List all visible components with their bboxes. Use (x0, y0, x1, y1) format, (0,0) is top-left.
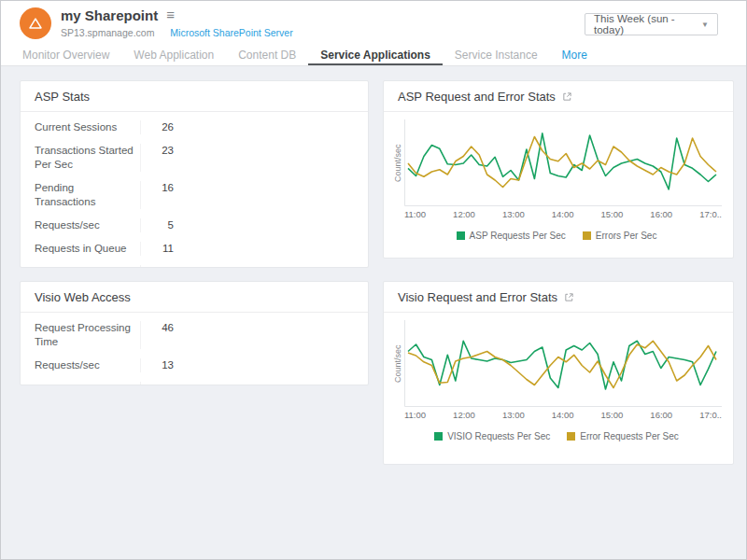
chevron-down-icon: ▼ (701, 21, 709, 29)
stat-label: Transactions Started Per Sec (35, 144, 140, 172)
x-tick-label: 14:00 (552, 209, 574, 219)
table-row: Requests in Queue 11 (35, 237, 354, 260)
stat-value: 23 (140, 144, 177, 172)
table-row: Requests/sec 5 (35, 214, 354, 237)
x-tick-label: 11:00 (404, 410, 426, 420)
visio-chart-body: Count/sec 11:0012:0013:0014:0015:0016:00… (384, 313, 733, 441)
visio-line-chart[interactable] (404, 320, 722, 407)
subtitle-row: SP13.spmanage.com Microsoft SharePoint S… (61, 27, 293, 38)
stat-value: 11 (140, 242, 177, 256)
stat-label: Requests in Queue (35, 242, 140, 256)
stat-label: Current Sessions (35, 120, 140, 134)
asp-line-chart[interactable] (404, 119, 722, 206)
legend-label: ASP Requests Per Sec (470, 231, 566, 241)
tab-bar: Monitor Overview Web Application Content… (1, 46, 746, 66)
x-tick-label: 11:00 (404, 209, 426, 219)
line-series (408, 341, 716, 387)
table-row: Pending Transactions 16 (35, 176, 354, 214)
stat-value: 46 (140, 321, 177, 349)
time-range-dropdown[interactable]: This Week (sun - today) ▼ (585, 13, 718, 35)
left-column: ASP Stats Current Sessions 26 Transactio… (20, 80, 369, 559)
open-in-new-window-icon[interactable] (564, 292, 574, 302)
content-area: ASP Stats Current Sessions 26 Transactio… (1, 66, 746, 559)
chart-legend: ASP Requests Per SecErrors Per Sec (391, 231, 722, 241)
legend-swatch (567, 432, 575, 441)
tab-service-applications[interactable]: Service Applications (308, 46, 443, 65)
menu-icon[interactable]: ≡ (166, 7, 175, 22)
x-tick-label: 17:0.. (699, 410, 722, 420)
stat-value: 16 (140, 181, 177, 209)
chart-axes (405, 119, 723, 206)
x-tick-label: 13:00 (502, 410, 525, 420)
tab-more[interactable]: More (550, 46, 599, 65)
x-tick-label: 12:00 (453, 410, 475, 420)
legend-label: VISIO Requests Per Sec (447, 431, 550, 441)
legend-swatch (434, 432, 443, 441)
visio-chart-title: Visio Request and Error Stats (398, 290, 557, 304)
x-axis-ticks: 11:0012:0013:0014:0015:0016:0017:0.. (404, 407, 722, 420)
server-type-link[interactable]: Microsoft SharePoint Server (170, 27, 292, 38)
table-row: Request Processing Time 46 (35, 316, 354, 354)
app-window: my Sharepoint≡ SP13.spmanage.com Microso… (0, 0, 747, 560)
time-range-value: This Week (sun - today) (594, 13, 701, 35)
table-row: Current Sessions 26 (35, 116, 354, 139)
legend-label: Errors Per Sec (596, 231, 657, 241)
stat-label: Error Requests Per Sec (35, 382, 140, 385)
chart-legend: VISIO Requests Per SecError Requests Per… (391, 431, 722, 441)
x-tick-label: 16:00 (650, 410, 672, 420)
right-column: ASP Request and Error Stats Count/sec 11… (383, 80, 734, 559)
tab-web-application[interactable]: Web Application (121, 46, 226, 65)
open-in-new-window-icon[interactable] (562, 91, 572, 102)
warning-triangle-icon (27, 15, 44, 32)
stat-label: Requests/sec (35, 218, 140, 232)
x-tick-label: 12:00 (453, 209, 475, 219)
x-tick-label: 16:00 (650, 209, 672, 219)
stat-label: Requests/sec (35, 358, 140, 372)
title-block: my Sharepoint≡ SP13.spmanage.com Microso… (61, 7, 293, 38)
stat-value: 17 (140, 265, 177, 268)
table-row: Requests/sec 13 (35, 354, 354, 377)
legend-item[interactable]: Errors Per Sec (583, 231, 657, 241)
table-row: Transactions Started Per Sec 23 (35, 139, 354, 176)
tab-service-instance[interactable]: Service Instance (443, 46, 550, 65)
legend-swatch (457, 231, 465, 240)
table-row: Error Requests Per Sec 6 (35, 377, 354, 385)
tab-content-db[interactable]: Content DB (226, 46, 308, 65)
page-title: my Sharepoint (61, 7, 158, 23)
x-tick-label: 17:0.. (699, 209, 722, 219)
table-row: Rejected Requests 17 (35, 260, 354, 268)
visio-chart-panel: Visio Request and Error Stats Count/sec … (383, 281, 734, 465)
legend-item[interactable]: VISIO Requests Per Sec (434, 431, 550, 441)
legend-swatch (583, 231, 591, 240)
monitor-avatar (20, 7, 51, 39)
stat-value: 6 (140, 382, 177, 385)
x-tick-label: 13:00 (502, 209, 525, 219)
stat-label: Request Processing Time (35, 321, 140, 349)
x-tick-label: 15:00 (601, 209, 624, 219)
visio-stats-panel: Visio Web Access Request Processing Time… (20, 281, 369, 385)
asp-stats-panel: ASP Stats Current Sessions 26 Transactio… (20, 80, 369, 268)
x-axis-ticks: 11:0012:0013:0014:0015:0016:0017:0.. (404, 206, 722, 219)
y-axis-label: Count/sec (391, 320, 404, 407)
x-tick-label: 15:00 (601, 410, 624, 420)
host-name: SP13.spmanage.com (61, 27, 154, 38)
visio-stats-title: Visio Web Access (21, 282, 368, 313)
asp-chart-title: ASP Request and Error Stats (398, 90, 556, 104)
asp-chart-panel: ASP Request and Error Stats Count/sec 11… (383, 80, 734, 259)
stat-value: 13 (140, 358, 177, 372)
legend-item[interactable]: Error Requests Per Sec (567, 431, 679, 441)
asp-stats-rows: Current Sessions 26 Transactions Started… (21, 112, 368, 268)
line-series (408, 133, 716, 189)
header: my Sharepoint≡ SP13.spmanage.com Microso… (1, 1, 746, 46)
y-axis-label: Count/sec (391, 119, 404, 206)
legend-label: Error Requests Per Sec (580, 431, 679, 441)
tab-monitor-overview[interactable]: Monitor Overview (10, 46, 121, 65)
stat-value: 26 (140, 120, 177, 134)
stat-value: 5 (140, 218, 177, 232)
stat-label: Rejected Requests (35, 265, 140, 268)
x-tick-label: 14:00 (552, 410, 574, 420)
visio-stats-rows: Request Processing Time 46 Requests/sec … (21, 313, 368, 385)
asp-chart-body: Count/sec 11:0012:0013:0014:0015:0016:00… (384, 112, 733, 241)
stat-label: Pending Transactions (35, 181, 140, 209)
legend-item[interactable]: ASP Requests Per Sec (457, 231, 566, 241)
